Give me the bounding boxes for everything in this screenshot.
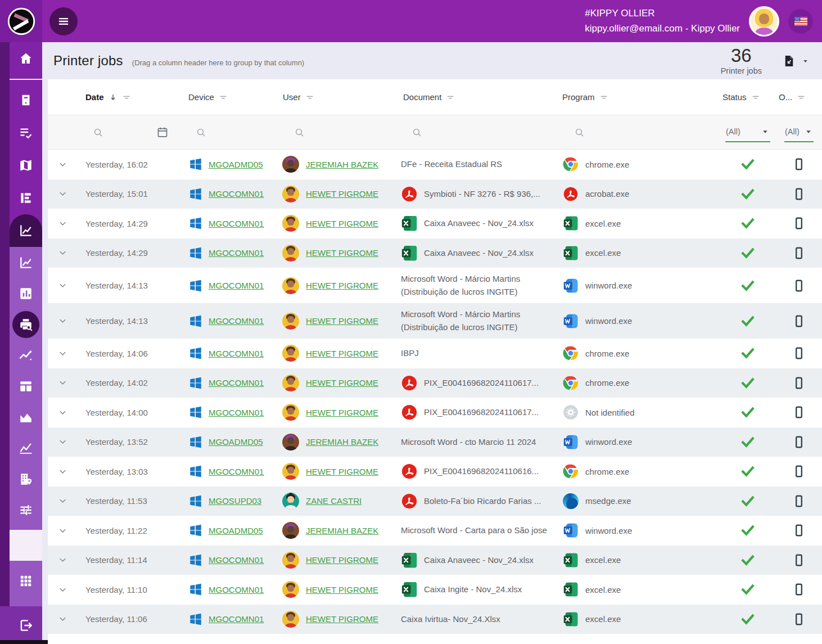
filter-icon[interactable] bbox=[599, 93, 608, 102]
device-link[interactable]: MGOCOMN01 bbox=[209, 555, 264, 565]
filter-icon[interactable] bbox=[305, 93, 314, 102]
sort-desc-icon[interactable] bbox=[109, 93, 118, 102]
sidebar-item-analytics[interactable] bbox=[10, 214, 42, 247]
expand-row-chevron-icon[interactable] bbox=[57, 584, 68, 595]
expand-row-chevron-icon[interactable] bbox=[57, 466, 68, 477]
user-link[interactable]: ZANE CASTRI bbox=[306, 496, 362, 506]
origin-phone-icon[interactable] bbox=[792, 246, 806, 260]
table-row[interactable]: Yesterday, 14:00 MGOCOMN01 HEWET PIGROME bbox=[48, 398, 822, 427]
sidebar-item-charts[interactable] bbox=[10, 247, 42, 278]
column-header-document[interactable]: Document bbox=[400, 92, 559, 102]
sidebar-item-trends[interactable] bbox=[10, 340, 42, 371]
user-link[interactable]: HEWET PIGROME bbox=[306, 555, 378, 565]
column-header-date[interactable]: Date bbox=[77, 92, 186, 102]
table-row[interactable]: Yesterday, 11:22 MGOADMD05 JEREMIAH BAZE… bbox=[48, 516, 822, 546]
user-filter-input[interactable] bbox=[280, 127, 400, 138]
expand-row-chevron-icon[interactable] bbox=[57, 555, 68, 565]
table-row[interactable]: Yesterday, 13:52 MGOADMD05 JEREMIAH BAZE… bbox=[48, 427, 822, 457]
document-filter-input[interactable] bbox=[400, 127, 559, 138]
column-header-status[interactable]: Status bbox=[720, 92, 776, 102]
sidebar-item-columns-report[interactable] bbox=[10, 371, 42, 402]
table-row[interactable]: Yesterday, 11:14 MGOCOMN01 HEWET PIGROME bbox=[48, 546, 822, 575]
origin-phone-icon[interactable] bbox=[792, 157, 806, 171]
origin-filter-select[interactable]: (All) bbox=[776, 122, 822, 142]
expand-row-chevron-icon[interactable] bbox=[57, 316, 68, 326]
sidebar-item-area-report[interactable] bbox=[10, 402, 42, 433]
column-header-origin[interactable]: O... bbox=[776, 92, 822, 102]
table-row[interactable]: Yesterday, 11:06 MGOCOMN01 HEWET PIGROME bbox=[48, 605, 822, 634]
date-filter-input[interactable] bbox=[77, 126, 186, 138]
sidebar-item-home[interactable] bbox=[10, 42, 42, 75]
menu-button[interactable] bbox=[49, 7, 78, 35]
sidebar-item-apps[interactable] bbox=[10, 565, 42, 596]
sidebar-item-devices[interactable] bbox=[10, 84, 42, 116]
user-link[interactable]: HEWET PIGROME bbox=[306, 316, 378, 326]
table-row[interactable]: Yesterday, 14:29 MGOCOMN01 HEWET PIGROME bbox=[48, 238, 822, 268]
device-link[interactable]: MGOADMD05 bbox=[209, 526, 263, 535]
device-link[interactable]: MGOCOMN01 bbox=[209, 281, 264, 290]
origin-phone-icon[interactable] bbox=[792, 435, 806, 449]
column-header-device[interactable]: Device bbox=[186, 92, 280, 102]
table-row[interactable]: Yesterday, 15:01 MGOCOMN01 HEWET PIGROME bbox=[48, 179, 822, 209]
sidebar-item-locations[interactable] bbox=[10, 463, 42, 494]
device-link[interactable]: MGOCOMN01 bbox=[209, 316, 264, 326]
user-avatar[interactable] bbox=[749, 6, 779, 37]
table-row[interactable]: Yesterday, 14:13 MGOCOMN01 HEWET PIGROME bbox=[48, 268, 822, 303]
origin-phone-icon[interactable] bbox=[792, 187, 806, 201]
expand-row-chevron-icon[interactable] bbox=[57, 436, 68, 447]
origin-phone-icon[interactable] bbox=[792, 465, 806, 478]
table-row[interactable]: Yesterday, 14:29 MGOCOMN01 HEWET PIGROME bbox=[48, 209, 822, 238]
origin-phone-icon[interactable] bbox=[792, 406, 806, 419]
origin-phone-icon[interactable] bbox=[792, 376, 806, 390]
user-link[interactable]: JEREMIAH BAZEK bbox=[306, 526, 378, 535]
device-link[interactable]: MGOCOMN01 bbox=[209, 378, 264, 388]
device-link[interactable]: MGOCOMN01 bbox=[209, 585, 264, 595]
export-button[interactable] bbox=[782, 54, 810, 68]
column-header-program[interactable]: Program bbox=[559, 92, 720, 102]
calendar-icon[interactable] bbox=[156, 126, 169, 138]
filter-icon[interactable] bbox=[797, 93, 806, 102]
expand-row-chevron-icon[interactable] bbox=[57, 496, 68, 506]
expand-row-chevron-icon[interactable] bbox=[57, 525, 68, 536]
device-link[interactable]: MGOCOMN01 bbox=[209, 614, 264, 624]
expand-row-chevron-icon[interactable] bbox=[57, 407, 68, 418]
table-row[interactable]: Yesterday, 13:03 MGOCOMN01 HEWET PIGROME bbox=[48, 457, 822, 487]
filter-icon[interactable] bbox=[751, 93, 760, 102]
expand-row-chevron-icon[interactable] bbox=[57, 377, 68, 388]
table-row[interactable]: Yesterday, 16:02 MGOADMD05 JEREMIAH BAZE… bbox=[48, 150, 822, 179]
sidebar-item-divider[interactable] bbox=[10, 79, 42, 80]
expand-row-chevron-icon[interactable] bbox=[57, 188, 68, 199]
table-row[interactable]: Yesterday, 14:06 MGOCOMN01 HEWET PIGROME bbox=[48, 339, 822, 368]
expand-row-chevron-icon[interactable] bbox=[57, 614, 68, 624]
origin-phone-icon[interactable] bbox=[792, 314, 806, 328]
filter-icon[interactable] bbox=[122, 93, 131, 102]
user-link[interactable]: JEREMIAH BAZEK bbox=[306, 437, 378, 447]
origin-phone-icon[interactable] bbox=[792, 346, 806, 360]
filter-icon[interactable] bbox=[446, 93, 455, 102]
expand-row-chevron-icon[interactable] bbox=[57, 218, 68, 229]
program-filter-input[interactable] bbox=[559, 127, 720, 138]
user-link[interactable]: HEWET PIGROME bbox=[306, 349, 378, 358]
table-row[interactable]: Yesterday, 11:53 MGOSUPD03 ZANE CASTRI bbox=[48, 487, 822, 516]
filter-icon[interactable] bbox=[219, 93, 228, 102]
origin-phone-icon[interactable] bbox=[792, 279, 806, 292]
table-row[interactable]: Yesterday, 14:02 MGOCOMN01 HEWET PIGROME bbox=[48, 368, 822, 398]
device-link[interactable]: MGOCOMN01 bbox=[209, 219, 264, 228]
device-link[interactable]: MGOCOMN01 bbox=[209, 349, 264, 358]
column-header-user[interactable]: User bbox=[280, 92, 400, 102]
origin-phone-icon[interactable] bbox=[792, 217, 806, 230]
user-link[interactable]: HEWET PIGROME bbox=[306, 378, 378, 388]
table-row[interactable]: Yesterday, 14:13 MGOCOMN01 HEWET PIGROME bbox=[48, 303, 822, 339]
device-link[interactable]: MGOCOMN01 bbox=[209, 189, 264, 199]
user-link[interactable]: HEWET PIGROME bbox=[306, 467, 378, 476]
expand-row-chevron-icon[interactable] bbox=[57, 280, 68, 291]
user-link[interactable]: HEWET PIGROME bbox=[306, 614, 378, 624]
expand-row-chevron-icon[interactable] bbox=[57, 247, 68, 258]
origin-phone-icon[interactable] bbox=[792, 494, 806, 508]
sidebar-item-map[interactable] bbox=[10, 149, 42, 182]
sidebar-item-job-list[interactable] bbox=[10, 116, 42, 149]
table-row[interactable]: Yesterday, 11:10 MGOCOMN01 HEWET PIGROME bbox=[48, 575, 822, 605]
device-filter-input[interactable] bbox=[186, 127, 280, 138]
status-filter-select[interactable]: (All) bbox=[720, 122, 776, 142]
origin-phone-icon[interactable] bbox=[792, 553, 806, 567]
